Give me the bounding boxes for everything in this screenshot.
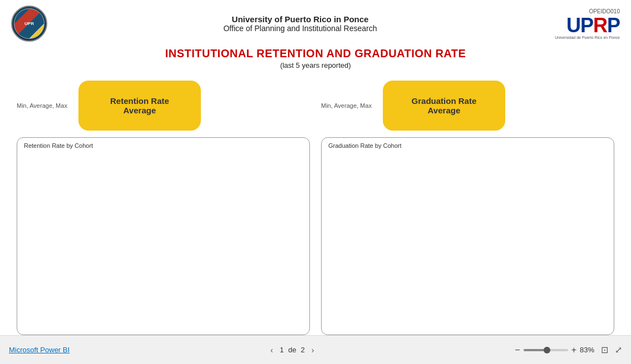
header: UPR University of Puerto Rico in Ponce O…: [0, 0, 631, 44]
retention-rate-label: Retention Rate Average: [95, 96, 184, 115]
main-title: INSTITUTIONAL RETENTION AND GRADUATION R…: [0, 47, 631, 60]
retention-chart-box: Retention Rate by Cohort: [17, 137, 310, 335]
zoom-slider[interactable]: [524, 349, 568, 351]
powerbi-link[interactable]: Microsoft Power BI: [9, 346, 70, 354]
university-crest: UPR: [11, 6, 47, 42]
bottom-bar: Microsoft Power BI ‹ 1 de 2 › − + 83% ⊡ …: [0, 335, 631, 364]
sub-title: (last 5 years reported): [0, 61, 631, 69]
uprp-logo: UPRP: [566, 16, 620, 36]
zoom-in-button[interactable]: +: [571, 345, 576, 355]
zoom-percentage: 83%: [580, 346, 594, 354]
graduation-chart-title: Graduation Rate by Cohort: [328, 142, 401, 149]
top-row: Min, Average, Max Retention Rate Average…: [17, 81, 614, 131]
uprp-subtitle: Universidad de Puerto Rico en Ponce: [555, 36, 620, 39]
right-min-avg-max: Min, Average, Max: [321, 102, 372, 109]
graduation-rate-label: Graduation Rate Average: [400, 96, 489, 115]
content-area: Min, Average, Max Retention Rate Average…: [0, 69, 631, 335]
retention-chart-title: Retention Rate by Cohort: [24, 142, 93, 149]
right-panel: Min, Average, Max Graduation Rate Averag…: [321, 81, 614, 131]
header-center: University of Puerto Rico in Ponce Offic…: [47, 14, 553, 33]
page-separator: de: [288, 346, 296, 354]
crest-inner: UPR: [14, 8, 45, 39]
university-name: University of Puerto Rico in Ponce: [47, 14, 553, 24]
zoom-slider-thumb[interactable]: [544, 347, 550, 353]
pagination: ‹ 1 de 2 ›: [268, 345, 316, 356]
graduation-chart-box: Graduation Rate by Cohort: [321, 137, 614, 335]
fullscreen-button[interactable]: ⤢: [615, 345, 622, 355]
header-right: OPEIDO010 UPRP Universidad de Puerto Ric…: [553, 8, 620, 39]
office-name: Office of Planning and Institutional Res…: [47, 24, 553, 33]
zoom-out-button[interactable]: −: [515, 345, 520, 355]
zoom-controls: − + 83%: [515, 345, 594, 355]
prev-page-button[interactable]: ‹: [268, 345, 275, 356]
page-current: 1: [280, 346, 284, 354]
title-section: INSTITUTIONAL RETENTION AND GRADUATION R…: [0, 44, 631, 69]
retention-rate-card: Retention Rate Average: [78, 81, 201, 131]
bottom-right-controls: − + 83% ⊡ ⤢: [515, 345, 622, 355]
fit-page-button[interactable]: ⊡: [601, 345, 608, 355]
graduation-rate-card: Graduation Rate Average: [383, 81, 505, 131]
page-total: 2: [300, 346, 304, 354]
charts-row: Retention Rate by Cohort Graduation Rate…: [17, 137, 614, 335]
left-min-avg-max: Min, Average, Max: [17, 102, 67, 109]
next-page-button[interactable]: ›: [309, 345, 317, 356]
left-panel: Min, Average, Max Retention Rate Average: [17, 81, 310, 131]
